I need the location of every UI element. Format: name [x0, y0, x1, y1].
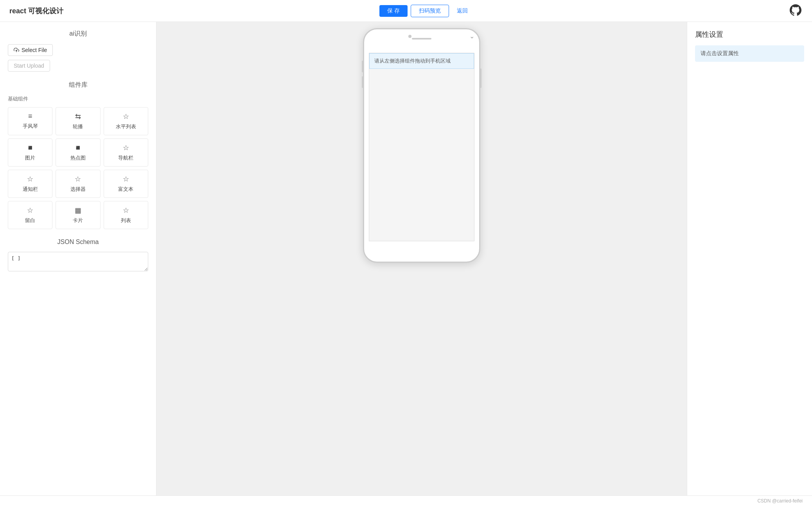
list-icon: ☆: [123, 206, 129, 215]
card-label: 卡片: [73, 217, 83, 224]
phone-camera: [408, 35, 411, 38]
component-library-title: 组件库: [8, 81, 148, 89]
json-schema-textarea[interactable]: [ ]: [8, 252, 148, 271]
notice-label: 通知栏: [23, 186, 38, 193]
component-item-blank[interactable]: ☆ 留白: [8, 201, 52, 229]
hotspot-label: 热点图: [70, 154, 86, 161]
phone-wrapper: ⌄ 请从左侧选择组件拖动到手机区域: [363, 28, 480, 263]
blank-label: 留白: [25, 217, 35, 224]
navbar-icon: ☆: [123, 144, 129, 152]
json-schema-title: JSON Schema: [8, 239, 148, 246]
github-icon[interactable]: [789, 3, 803, 19]
json-schema-section: JSON Schema [ ]: [8, 239, 148, 273]
app-title: react 可视化设计: [9, 6, 63, 16]
select-file-button[interactable]: Select File: [8, 44, 53, 56]
phone-frame: ⌄ 请从左侧选择组件拖动到手机区域: [363, 28, 480, 263]
phone-volume-up: [362, 61, 363, 72]
component-item-image[interactable]: ◾ 图片: [8, 138, 52, 167]
upload-icon: [14, 47, 19, 53]
footer: CSDN @carried-feifei: [0, 495, 812, 506]
richtext-icon: ☆: [123, 175, 129, 183]
component-item-richtext[interactable]: ☆ 富文本: [104, 170, 148, 198]
preview-button[interactable]: 扫码预览: [411, 5, 449, 17]
image-icon: ◾: [26, 144, 34, 152]
richtext-label: 富文本: [118, 186, 133, 193]
accordion-icon: ≡: [28, 112, 32, 120]
left-panel: ai识别 Select File Start Upload 组件库 基础组件: [0, 22, 156, 495]
picker-label: 选择器: [70, 186, 86, 193]
phone-content-area[interactable]: [369, 69, 474, 241]
start-upload-button[interactable]: Start Upload: [8, 60, 50, 72]
component-item-notice[interactable]: ☆ 通知栏: [8, 170, 52, 198]
save-button[interactable]: 保 存: [379, 5, 408, 17]
hlist-label: 水平列表: [116, 123, 136, 130]
phone-screen[interactable]: 请从左侧选择组件拖动到手机区域: [369, 53, 474, 241]
header-actions: 保 存 扫码预览 返回: [379, 5, 472, 17]
blank-icon: ☆: [27, 206, 33, 215]
card-icon: ▦: [75, 206, 81, 215]
component-item-picker[interactable]: ☆ 选择器: [56, 170, 100, 198]
header: react 可视化设计 保 存 扫码预览 返回: [0, 0, 812, 22]
main-layout: ai识别 Select File Start Upload 组件库 基础组件: [0, 22, 812, 495]
right-panel: 属性设置 请点击设置属性: [687, 22, 812, 495]
notice-icon: ☆: [27, 175, 33, 183]
component-item-hotspot[interactable]: ◾ 热点图: [56, 138, 100, 167]
ai-section: ai识别 Select File Start Upload: [8, 30, 148, 72]
phone-power-button: [480, 68, 481, 88]
carousel-icon: ⇆: [75, 112, 81, 121]
phone-volume-down: [362, 76, 363, 88]
picker-icon: ☆: [75, 175, 81, 183]
drop-hint: 请从左侧选择组件拖动到手机区域: [369, 53, 474, 69]
hlist-icon: ☆: [123, 112, 129, 121]
phone-speaker: [412, 38, 431, 39]
component-item-list[interactable]: ☆ 列表: [104, 201, 148, 229]
ai-section-title: ai识别: [8, 30, 148, 38]
footer-credit: CSDN @carried-feifei: [757, 498, 803, 504]
image-label: 图片: [25, 154, 35, 161]
properties-hint: 请点击设置属性: [695, 45, 804, 62]
properties-title: 属性设置: [695, 30, 804, 39]
component-grid: ≡ 手风琴 ⇆ 轮播 ☆ 水平列表 ◾ 图片 ◾ 热点图: [8, 107, 148, 229]
select-file-label: Select File: [22, 47, 47, 53]
component-item-carousel[interactable]: ⇆ 轮播: [56, 107, 100, 135]
component-library: 组件库 基础组件 ≡ 手风琴 ⇆ 轮播 ☆ 水平列表 ◾: [8, 81, 148, 229]
component-item-navbar[interactable]: ☆ 导航栏: [104, 138, 148, 167]
hotspot-icon: ◾: [74, 144, 82, 152]
carousel-label: 轮播: [73, 123, 83, 130]
back-button[interactable]: 返回: [452, 5, 472, 17]
component-item-card[interactable]: ▦ 卡片: [56, 201, 100, 229]
accordion-label: 手风琴: [23, 123, 38, 130]
navbar-label: 导航栏: [118, 154, 133, 161]
component-item-accordion[interactable]: ≡ 手风琴: [8, 107, 52, 135]
center-panel: ⌄ 请从左侧选择组件拖动到手机区域: [156, 22, 687, 495]
list-label: 列表: [121, 217, 131, 224]
basic-components-label: 基础组件: [8, 95, 148, 102]
phone-dropdown-icon[interactable]: ⌄: [469, 32, 474, 40]
component-item-hlist[interactable]: ☆ 水平列表: [104, 107, 148, 135]
